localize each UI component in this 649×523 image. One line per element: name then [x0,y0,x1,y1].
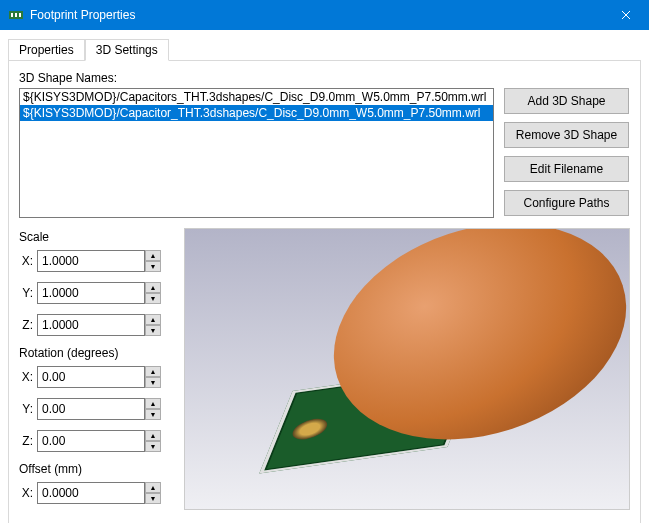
spin-up[interactable]: ▲ [145,398,161,409]
remove-3d-shape-button[interactable]: Remove 3D Shape [504,122,629,148]
off-x-label: X: [19,486,37,500]
offset-heading: Offset (mm) [19,462,174,476]
spin-down[interactable]: ▼ [145,293,161,304]
spin-down[interactable]: ▼ [145,261,161,272]
tab-3d-settings[interactable]: 3D Settings [85,39,169,61]
scale-y-label: Y: [19,286,37,300]
app-icon [8,7,24,23]
rotation-y-input[interactable] [37,398,145,420]
rotation-x-input[interactable] [37,366,145,388]
rotation-heading: Rotation (degrees) [19,346,174,360]
rot-z-label: Z: [19,434,37,448]
spin-up[interactable]: ▲ [145,282,161,293]
rot-y-label: Y: [19,402,37,416]
svg-rect-1 [11,13,13,17]
add-3d-shape-button[interactable]: Add 3D Shape [504,88,629,114]
shape-list[interactable]: ${KISYS3DMOD}/Capacitors_THT.3dshapes/C_… [19,88,494,218]
scale-z-label: Z: [19,318,37,332]
shape-list-item[interactable]: ${KISYS3DMOD}/Capacitor_THT.3dshapes/C_D… [20,105,493,121]
spin-up[interactable]: ▲ [145,482,161,493]
spin-up[interactable]: ▲ [145,430,161,441]
tab-panel-3d: 3D Shape Names: ${KISYS3DMOD}/Capacitors… [8,60,641,523]
edit-filename-button[interactable]: Edit Filename [504,156,629,182]
rotation-z-input[interactable] [37,430,145,452]
spin-up[interactable]: ▲ [145,366,161,377]
offset-x-input[interactable] [37,482,145,504]
configure-paths-button[interactable]: Configure Paths [504,190,629,216]
spin-down[interactable]: ▼ [145,493,161,504]
spin-up[interactable]: ▲ [145,250,161,261]
title-bar: Footprint Properties [0,0,649,30]
tab-properties[interactable]: Properties [8,39,85,61]
shapes-label: 3D Shape Names: [19,71,630,85]
spin-down[interactable]: ▼ [145,441,161,452]
scale-heading: Scale [19,230,174,244]
rot-x-label: X: [19,370,37,384]
close-button[interactable] [603,0,649,30]
scale-z-input[interactable] [37,314,145,336]
svg-rect-3 [19,13,21,17]
spin-up[interactable]: ▲ [145,314,161,325]
svg-rect-2 [15,13,17,17]
shape-list-item[interactable]: ${KISYS3DMOD}/Capacitors_THT.3dshapes/C_… [20,89,493,105]
scale-y-input[interactable] [37,282,145,304]
spin-down[interactable]: ▼ [145,325,161,336]
spin-down[interactable]: ▼ [145,377,161,388]
3d-viewport[interactable] [184,228,630,510]
scale-x-input[interactable] [37,250,145,272]
scale-x-label: X: [19,254,37,268]
spin-down[interactable]: ▼ [145,409,161,420]
window-title: Footprint Properties [30,8,603,22]
tab-strip: Properties 3D Settings [8,38,649,60]
